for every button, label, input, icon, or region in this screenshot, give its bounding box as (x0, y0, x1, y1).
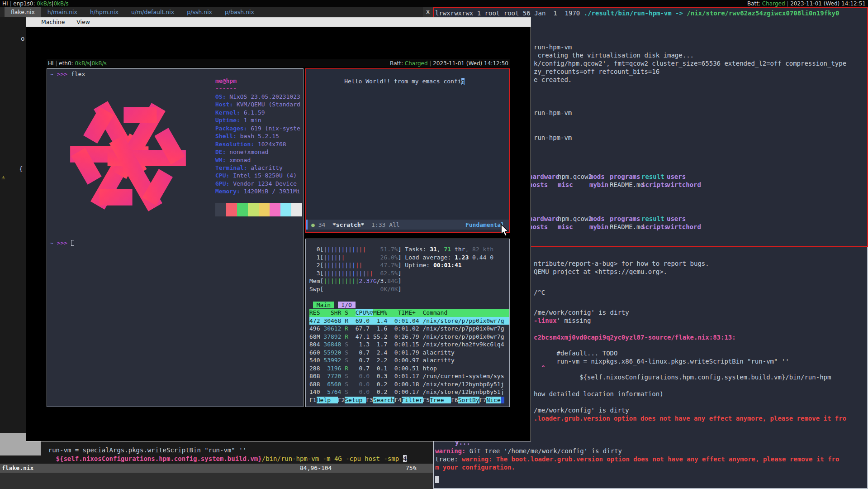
process-row[interactable]: 472 30468 R 69.0 1.4 0:01.04 /nix/store/… (309, 317, 509, 325)
text-span: ] (398, 262, 405, 268)
text-span: ] (398, 286, 402, 292)
text-span: 0.0 (359, 381, 370, 388)
text-span: F2 (338, 397, 345, 403)
text-span: misc (558, 181, 573, 188)
text-span: creating the virtualisation disk image..… (534, 52, 694, 59)
process-row[interactable]: 540 53992 S 0.7 2.2 0:00.97 alacritty (309, 356, 509, 364)
shell-prompt-empty: ~ >>> (50, 239, 74, 247)
text-span: 0kB/s (53, 0, 68, 7)
text-line: hardware (529, 173, 559, 181)
process-row[interactable]: 804 36848 S 1.3 1.7 0:01.15 /nix/store/h… (309, 340, 509, 349)
text-line: result (641, 173, 664, 181)
vm-status-bar: HI | eth0: 0kB/s|0kB/s Batt: Charged | 2… (47, 59, 510, 67)
text-span: 0[ (309, 246, 323, 253)
text-line (309, 293, 509, 301)
text-span (334, 302, 338, 308)
text-span (67, 240, 71, 246)
process-row[interactable]: 660 55920 S 0.7 2.4 0:01.79 alacritty (309, 349, 509, 357)
text-span: Charged (762, 0, 785, 7)
process-row[interactable]: 808 7720 S 0.0 0.3 0:01.17 /run/current-… (309, 372, 509, 380)
tab-h-hpm-nix[interactable]: h/hpm.nix (84, 7, 125, 17)
process-table-header[interactable]: RES SHR S CPU%▽MEM% TIME+ Command (309, 309, 509, 317)
vm-screen[interactable]: HI | eth0: 0kB/s|0kB/s Batt: Charged | 2… (47, 59, 510, 407)
text-span: 288 (309, 365, 323, 372)
text-line: creating the virtualisation disk image..… (534, 51, 694, 59)
text-line: scripts (641, 181, 668, 189)
text-span: R (345, 333, 348, 340)
text-line: run-vm = nixpkgs.x86_64-linux.pkgs.write… (534, 357, 789, 365)
text-span: } (258, 455, 261, 462)
htop-tabs[interactable]: Main I/O (309, 301, 509, 309)
process-row[interactable]: 496 30612 R 67.7 1.6 0:01.02 /nix/store/… (309, 325, 509, 333)
neofetch-info: me@hpm------OS: NixOS 23.05.20231023Host… (215, 77, 300, 196)
text-span: 71 (444, 246, 451, 253)
process-row[interactable]: 288 3196 R 0.7 0.1 0:00.51 htop (309, 364, 509, 373)
menu-item-machine[interactable]: Machine (41, 18, 65, 27)
tab-flake-nix[interactable]: flake.nix (5, 7, 41, 17)
text-span: users (667, 215, 686, 222)
qemu-window[interactable]: Machine View HI | eth0: 0kB/s|0kB/s Batt… (26, 17, 531, 441)
text-span: scripts (641, 181, 668, 188)
text-span: 68M (309, 333, 323, 340)
neofetch-line: Kernel: 6.1.59 (215, 109, 300, 116)
text-span (229, 180, 233, 187)
htop-window[interactable]: 0[|||||||||||| 51.7%] Tasks: 31, 71 thr,… (305, 239, 510, 407)
text-span: m your configuration. (435, 464, 515, 471)
text-span: Shell: (215, 133, 237, 139)
text-span: 1 min (244, 117, 261, 124)
text-line: k/config/hpm.qcow2', fmt=qcow2 cluster_s… (534, 59, 846, 67)
text-span (501, 397, 504, 403)
process-row[interactable]: 68M 37892 R 47.1 55.2 0:26.79 /nix/store… (309, 333, 509, 341)
text-span: HI (2, 0, 9, 7)
palette-swatch (215, 203, 226, 210)
process-row[interactable]: 140 5764 S 0.0 0.2 0:00.17 /nix/store/12… (309, 388, 509, 396)
text-span: 0.44 0 (469, 254, 493, 261)
text-line: /me/work/config' is dirty (534, 406, 629, 414)
shell-prompt: ~ >>> flex (50, 70, 85, 78)
tab-close-button[interactable]: X (423, 7, 433, 17)
text-span: F7 (479, 397, 487, 403)
process-row[interactable]: 688 6560 S 0.0 0.2 0:00.18 /nix/store/12… (309, 380, 509, 388)
text-line: hpm.qcow2 (558, 173, 592, 181)
tab-u-m-default-nix[interactable]: u/m/default.nix (125, 7, 180, 17)
text-line: QEMU project at <https://qemu.org>. (534, 268, 667, 276)
text-span: ntribute/report-a-bug> for how to report… (534, 260, 709, 267)
buffer-info: 34 (315, 221, 332, 228)
text-span: Intel i5-8250U (4) (233, 172, 297, 179)
text-span: README.md (610, 223, 644, 230)
text-span: HI (48, 60, 55, 67)
text-span: 1[ (309, 254, 323, 261)
text-span: Batt: (747, 0, 762, 7)
text-span: self.nixosConfigurations.hpm.config.syst… (63, 455, 258, 462)
menu-item-view[interactable]: View (76, 18, 90, 27)
text-span: 0kB/s (75, 60, 90, 67)
text-span (309, 293, 313, 300)
tab-h-main-nix[interactable]: h/main.nix (41, 7, 84, 17)
tab-p-ssh-nix[interactable]: p/ssh.nix (180, 7, 218, 17)
text-span: CPU%▽ (356, 309, 373, 316)
text-span: QEMU project at <https://qemu.org>. (534, 268, 667, 275)
text-span: warning: The boot.loader.grub.version op… (462, 455, 839, 463)
text-span: Memory: (215, 188, 240, 195)
text-span: misc (558, 223, 573, 230)
text-span: 53992 (323, 357, 341, 364)
text-line: how detailed location information) (534, 390, 664, 398)
text-span: Search (373, 397, 394, 403)
text-span (237, 133, 240, 139)
palette-swatch (226, 203, 237, 210)
text-line: programs (610, 173, 640, 181)
text-line (435, 475, 439, 484)
text-span: thr (451, 246, 465, 253)
terminal-window[interactable]: ~ >>> flex (47, 68, 304, 407)
text-line: scripts (641, 223, 668, 231)
text-span: >>> (57, 240, 67, 246)
text-span: 808 (309, 373, 323, 379)
text-span: Resolution: (215, 141, 254, 148)
text-span: k/config/hpm.qcow2', fmt=qcow2 cluster_s… (534, 60, 846, 67)
tab-p-bash-nix[interactable]: p/bash.nix (218, 7, 261, 17)
text-line: 1[|||||| 26.0%] Load average: 1.23 0.44 … (309, 254, 509, 262)
htop-function-bar[interactable]: F1Help F2Setup F3SearchF4FilterF5Tree F6… (309, 396, 509, 404)
emacs-window[interactable]: Hello World!! from my emacs config ● 34 … (305, 68, 510, 233)
text-span: Batt: (390, 60, 405, 67)
text-span: 84G (387, 278, 398, 284)
